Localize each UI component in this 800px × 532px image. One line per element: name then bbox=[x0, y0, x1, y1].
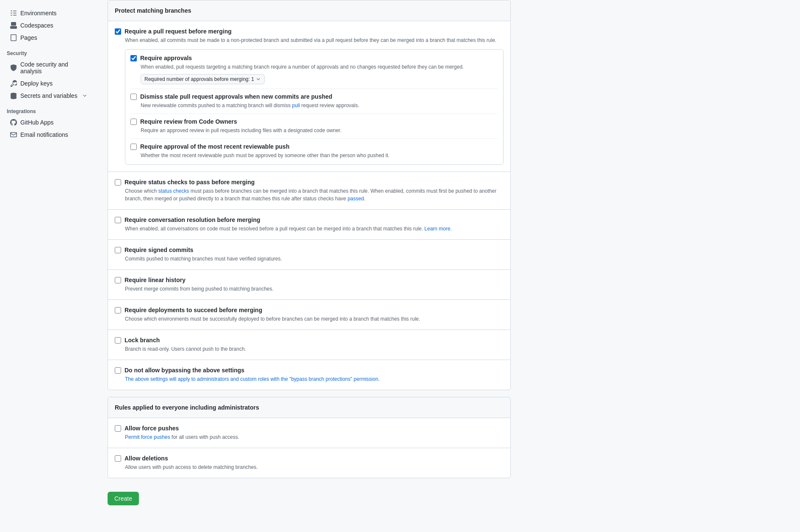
allow-deletions-desc: Allow users with push access to delete m… bbox=[125, 463, 504, 471]
sidebar: Environments Codespaces Pages Security C… bbox=[0, 0, 97, 532]
option-dismiss-stale: Dismiss stale pull request approvals whe… bbox=[130, 89, 498, 114]
require-pr-title: Require a pull request before merging bbox=[125, 28, 232, 35]
rules-section-card: Rules applied to everyone including admi… bbox=[108, 397, 511, 478]
require-conversation-title: Require conversation resolution before m… bbox=[125, 216, 260, 223]
security-section-label: Security bbox=[0, 47, 97, 58]
protect-section-card: Protect matching branches Require a pull… bbox=[108, 0, 511, 390]
require-pr-desc: When enabled, all commits must be made t… bbox=[125, 36, 504, 44]
require-approvals-title: Require approvals bbox=[140, 55, 192, 61]
sidebar-item-email-notifications-label: Email notifications bbox=[20, 131, 68, 138]
require-deployments-checkbox[interactable] bbox=[115, 307, 121, 313]
no-bypass-checkbox[interactable] bbox=[115, 367, 121, 374]
learn-more-link[interactable]: Learn more bbox=[424, 226, 450, 232]
require-signed-commits-checkbox[interactable] bbox=[115, 247, 121, 253]
approvals-select[interactable]: Required number of approvals before merg… bbox=[141, 74, 265, 84]
require-deployments-desc: Choose which environments must be succes… bbox=[125, 315, 504, 323]
nested-options-container: Require approvals When enabled, pull req… bbox=[125, 49, 504, 165]
require-status-checks-checkbox[interactable] bbox=[115, 179, 121, 186]
sidebar-item-environments-label: Environments bbox=[20, 10, 57, 17]
sidebar-item-pages[interactable]: Pages bbox=[3, 32, 94, 44]
grid-icon bbox=[10, 10, 17, 17]
pages-icon bbox=[10, 34, 17, 41]
permit-force-pushes-link[interactable]: Permit force pushes bbox=[125, 434, 170, 440]
require-approvals-checkbox[interactable] bbox=[130, 55, 137, 61]
select-chevron-icon bbox=[256, 77, 261, 82]
option-require-pr: Require a pull request before merging Wh… bbox=[108, 21, 510, 172]
option-allow-force-pushes: Allow force pushes Permit force pushes f… bbox=[108, 418, 510, 448]
option-allow-deletions: Allow deletions Allow users with push ac… bbox=[108, 448, 510, 478]
main-content: Protect matching branches Require a pull… bbox=[97, 0, 521, 532]
require-status-checks-title: Require status checks to pass before mer… bbox=[125, 179, 255, 186]
lock-branch-title: Lock branch bbox=[125, 337, 160, 344]
sidebar-item-pages-label: Pages bbox=[20, 34, 37, 41]
sidebar-item-deploy-keys-label: Deploy keys bbox=[20, 80, 53, 87]
nested-options: Require approvals When enabled, pull req… bbox=[115, 49, 504, 165]
sidebar-item-deploy-keys[interactable]: Deploy keys bbox=[3, 78, 94, 89]
key-icon bbox=[10, 80, 17, 87]
require-pr-checkbox[interactable] bbox=[115, 28, 121, 35]
require-linear-history-checkbox[interactable] bbox=[115, 277, 121, 283]
rules-section-header: Rules applied to everyone including admi… bbox=[108, 397, 510, 418]
require-signed-commits-desc: Commits pushed to matching branches must… bbox=[125, 255, 504, 263]
require-signed-commits-title: Require signed commits bbox=[125, 247, 194, 253]
lock-branch-desc: Branch is read-only. Users cannot push t… bbox=[125, 345, 504, 353]
require-code-owners-desc: Require an approved review in pull reque… bbox=[141, 127, 498, 134]
approvals-select-label: Required number of approvals before merg… bbox=[144, 76, 254, 82]
status-checks-link[interactable]: status checks bbox=[158, 188, 189, 194]
option-require-deployments: Require deployments to succeed before me… bbox=[108, 300, 510, 330]
sidebar-item-codespaces-label: Codespaces bbox=[20, 22, 53, 29]
option-require-code-owners: Require review from Code Owners Require … bbox=[130, 114, 498, 139]
create-button[interactable]: Create bbox=[108, 492, 139, 505]
require-conversation-desc: When enabled, all conversations on code … bbox=[125, 225, 504, 233]
sidebar-item-secrets-label: Secrets and variables bbox=[20, 92, 78, 99]
shield-icon bbox=[10, 64, 17, 71]
dismiss-stale-checkbox[interactable] bbox=[130, 94, 137, 100]
allow-deletions-checkbox[interactable] bbox=[115, 455, 121, 462]
option-require-signed-commits: Require signed commits Commits pushed to… bbox=[108, 240, 510, 270]
apps-icon bbox=[10, 119, 17, 126]
sidebar-item-github-apps-label: GitHub Apps bbox=[20, 119, 54, 126]
codespaces-icon bbox=[10, 22, 17, 29]
allow-force-pushes-title: Allow force pushes bbox=[125, 425, 179, 432]
lock-branch-checkbox[interactable] bbox=[115, 337, 121, 344]
passed-link[interactable]: passed bbox=[348, 196, 364, 202]
option-require-linear-history: Require linear history Prevent merge com… bbox=[108, 270, 510, 300]
dismiss-stale-title: Dismiss stale pull request approvals whe… bbox=[140, 93, 332, 100]
sidebar-item-environments[interactable]: Environments bbox=[3, 7, 94, 19]
sidebar-item-code-security[interactable]: Code security and analysis bbox=[3, 58, 94, 77]
sidebar-item-code-security-label: Code security and analysis bbox=[20, 61, 87, 75]
require-linear-history-desc: Prevent merge commits from being pushed … bbox=[125, 285, 504, 293]
protect-section-header: Protect matching branches bbox=[108, 0, 510, 21]
allow-deletions-title: Allow deletions bbox=[125, 455, 168, 462]
integrations-section-label: Integrations bbox=[0, 105, 97, 116]
sidebar-item-github-apps[interactable]: GitHub Apps bbox=[3, 116, 94, 128]
require-approvals-desc: When enabled, pull requests targeting a … bbox=[141, 63, 498, 71]
no-bypass-title: Do not allow bypassing the above setting… bbox=[125, 367, 244, 374]
require-conversation-checkbox[interactable] bbox=[115, 217, 121, 223]
sidebar-item-email-notifications[interactable]: Email notifications bbox=[3, 129, 94, 141]
require-code-owners-checkbox[interactable] bbox=[130, 119, 137, 125]
sidebar-item-codespaces[interactable]: Codespaces bbox=[3, 19, 94, 31]
require-deployments-title: Require deployments to succeed before me… bbox=[125, 307, 262, 313]
no-bypass-desc: The above settings will apply to adminis… bbox=[125, 375, 504, 383]
option-require-recent-push: Require approval of the most recent revi… bbox=[130, 139, 498, 159]
option-lock-branch: Lock branch Branch is read-only. Users c… bbox=[108, 330, 510, 360]
option-require-approvals: Require approvals When enabled, pull req… bbox=[130, 55, 498, 89]
require-recent-push-desc: Whether the most recent reviewable push … bbox=[141, 152, 498, 159]
option-require-conversation: Require conversation resolution before m… bbox=[108, 210, 510, 240]
mail-icon bbox=[10, 131, 17, 138]
allow-force-pushes-checkbox[interactable] bbox=[115, 425, 121, 432]
database-icon bbox=[10, 92, 17, 99]
option-require-status-checks: Require status checks to pass before mer… bbox=[108, 172, 510, 210]
chevron-down-icon bbox=[82, 93, 87, 98]
secrets-left: Secrets and variables bbox=[10, 92, 78, 99]
require-recent-push-checkbox[interactable] bbox=[130, 144, 137, 150]
require-code-owners-title: Require review from Code Owners bbox=[140, 118, 237, 125]
allow-force-pushes-desc: Permit force pushes for all users with p… bbox=[125, 433, 504, 441]
require-status-checks-desc: Choose which status checks must pass bef… bbox=[125, 187, 504, 202]
require-recent-push-title: Require approval of the most recent revi… bbox=[140, 143, 289, 150]
sidebar-item-secrets-variables[interactable]: Secrets and variables bbox=[3, 90, 94, 102]
dismiss-stale-desc: New reviewable commits pushed to a match… bbox=[141, 102, 498, 109]
require-linear-history-title: Require linear history bbox=[125, 277, 185, 283]
option-no-bypass: Do not allow bypassing the above setting… bbox=[108, 360, 510, 390]
